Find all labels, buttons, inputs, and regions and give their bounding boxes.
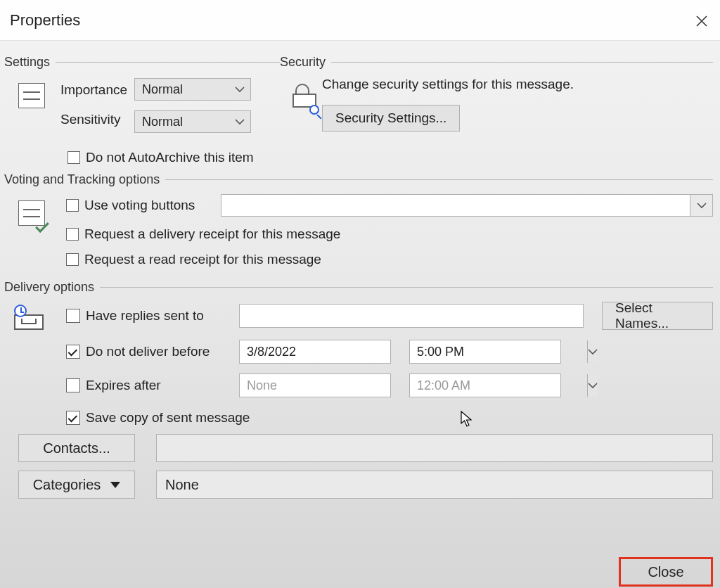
categories-field[interactable]: None	[156, 471, 713, 499]
security-text: Change security settings for this messag…	[322, 77, 713, 92]
expires-after-checkbox[interactable]: Expires after	[66, 378, 221, 393]
properties-list-icon	[18, 83, 45, 108]
settings-group-header: Settings	[4, 55, 280, 70]
read-receipt-checkbox[interactable]: Request a read receipt for this message	[66, 252, 713, 267]
close-button-highlight: Close	[619, 557, 713, 587]
have-replies-checkbox[interactable]: Have replies sent to	[66, 308, 221, 324]
sensitivity-label: Sensitivity	[60, 112, 127, 127]
contacts-button[interactable]: Contacts...	[18, 434, 135, 462]
save-copy-checkbox[interactable]: Save copy of sent message	[66, 410, 713, 426]
dialog-title: Properties	[10, 11, 80, 30]
chevron-down-icon	[235, 86, 245, 93]
autoarchive-checkbox[interactable]: Do not AutoArchive this item	[68, 150, 713, 165]
importance-select[interactable]: Normal	[134, 78, 251, 101]
chevron-down-icon	[690, 195, 712, 216]
security-group-header: Security	[280, 55, 713, 70]
expires-time-combo[interactable]	[409, 373, 561, 397]
close-button[interactable]: Close	[621, 559, 711, 584]
sensitivity-select[interactable]: Normal	[134, 110, 251, 133]
delivery-receipt-checkbox[interactable]: Request a delivery receipt for this mess…	[66, 226, 713, 242]
importance-label: Importance	[60, 82, 127, 98]
contacts-field[interactable]	[156, 434, 713, 462]
replies-sent-to-input[interactable]	[239, 304, 584, 328]
expires-date-combo[interactable]	[239, 373, 391, 397]
do-not-deliver-before-checkbox[interactable]: Do not deliver before	[66, 344, 221, 359]
delivery-group-header: Delivery options	[4, 280, 713, 295]
divider	[331, 62, 713, 63]
voting-list-icon	[18, 200, 45, 226]
divider	[56, 62, 280, 63]
use-voting-checkbox[interactable]: Use voting buttons	[66, 198, 207, 213]
delivery-tray-icon	[14, 305, 44, 330]
close-icon[interactable]	[690, 10, 713, 32]
categories-button[interactable]: Categories	[18, 471, 135, 499]
not-before-date-combo[interactable]	[239, 340, 391, 364]
not-before-time-combo[interactable]	[409, 340, 561, 364]
chevron-down-icon	[587, 374, 598, 397]
chevron-down-icon	[235, 118, 245, 125]
voting-group-header: Voting and Tracking options	[4, 172, 713, 187]
title-bar: Properties	[0, 0, 720, 41]
dropdown-arrow-icon	[110, 482, 120, 488]
security-settings-button[interactable]: Security Settings...	[322, 105, 460, 132]
divider	[165, 179, 713, 180]
divider	[100, 287, 713, 288]
chevron-down-icon	[587, 340, 598, 363]
lock-icon	[291, 84, 318, 112]
voting-buttons-select[interactable]	[221, 194, 713, 217]
select-names-button[interactable]: Select Names...	[602, 302, 713, 330]
